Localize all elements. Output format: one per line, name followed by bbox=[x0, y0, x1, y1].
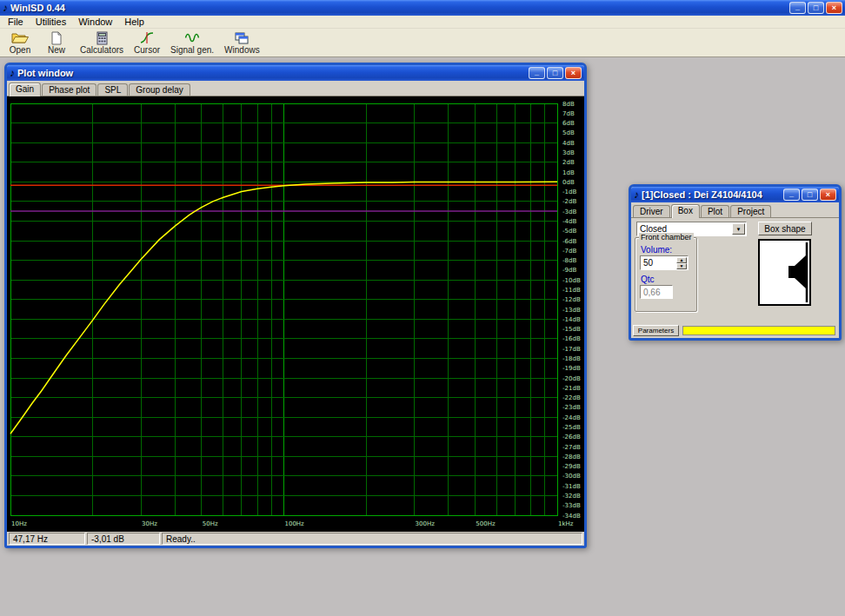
plot-window-controls: _ □ × bbox=[527, 67, 582, 79]
app-title: WinISD 0.44 bbox=[10, 3, 788, 13]
menu-utilities[interactable]: Utilities bbox=[30, 16, 72, 28]
plot-tab-gain[interactable]: Gain bbox=[9, 83, 41, 96]
project-tab-box[interactable]: Box bbox=[671, 204, 700, 218]
minimize-button[interactable]: _ bbox=[789, 2, 806, 14]
y-axis-label: -29dB bbox=[562, 463, 581, 470]
plot-minimize-button[interactable]: _ bbox=[529, 67, 545, 79]
plot-window-body: GainPhase plotSPLGroup delay 8dB7dB6dB5d… bbox=[7, 81, 584, 546]
maximize-button[interactable]: □ bbox=[808, 2, 824, 14]
signal-generator-icon bbox=[184, 31, 200, 45]
toolbar-signal-gen-button[interactable]: Signal gen. bbox=[170, 30, 214, 56]
plot-tab-group-delay[interactable]: Group delay bbox=[129, 83, 190, 96]
y-axis-label: -26dB bbox=[562, 434, 581, 440]
x-axis-label: 30Hz bbox=[142, 520, 157, 527]
y-axis-label: -3dB bbox=[562, 209, 576, 215]
project-tab-project[interactable]: Project bbox=[730, 205, 771, 217]
y-axis-label: -18dB bbox=[562, 355, 581, 362]
winisd-logo-icon: ♪ bbox=[3, 2, 8, 14]
toolbar-button-label: Open bbox=[10, 45, 30, 55]
plot-close-button[interactable]: × bbox=[565, 67, 582, 79]
y-axis-label: 2dB bbox=[562, 159, 575, 166]
winisd-app: ♪ WinISD 0.44 _ □ × FileUtilitiesWindowH… bbox=[0, 0, 845, 616]
y-axis-label: -25dB bbox=[562, 424, 581, 431]
y-axis-label: -19dB bbox=[562, 365, 581, 372]
y-axis-label: -23dB bbox=[562, 404, 581, 411]
qtc-label[interactable]: Qtc bbox=[641, 275, 655, 284]
cursor-frequency-status: 47,17 Hz bbox=[9, 533, 85, 545]
volume-field[interactable]: 50 ▲ ▼ bbox=[640, 255, 689, 270]
y-axis-label: -16dB bbox=[562, 335, 581, 342]
y-axis-label: 1dB bbox=[562, 169, 575, 176]
qtc-field[interactable]: 0,66 bbox=[640, 285, 673, 299]
y-axis-label: 4dB bbox=[562, 140, 575, 147]
plot-window: ♪ Plot window _ □ × GainPhase plotSPLGro… bbox=[4, 63, 587, 548]
y-axis-label: -13dB bbox=[562, 307, 581, 314]
dropdown-arrow-icon[interactable]: ▼ bbox=[732, 223, 745, 235]
project-window-controls: _ □ × bbox=[782, 189, 836, 201]
toolbar-new-button[interactable]: New bbox=[43, 30, 70, 56]
plot-window-title: Plot window bbox=[17, 68, 527, 78]
y-axis-label: -15dB bbox=[562, 326, 581, 333]
volume-label[interactable]: Volume: bbox=[641, 245, 672, 255]
toolbar-windows-button[interactable]: Windows bbox=[224, 30, 260, 56]
project-window-icon: ♪ bbox=[634, 189, 639, 201]
y-axis-label: -27dB bbox=[562, 444, 581, 451]
y-axis-label: -11dB bbox=[562, 287, 581, 294]
toolbar-cursor-button[interactable]: Cursor bbox=[134, 30, 160, 56]
close-button[interactable]: × bbox=[826, 2, 842, 14]
y-axis-label: 3dB bbox=[562, 149, 575, 156]
toolbar-open-button[interactable]: Open bbox=[7, 30, 33, 56]
plot-tab-phase-plot[interactable]: Phase plot bbox=[42, 83, 96, 96]
project-tab-driver[interactable]: Driver bbox=[633, 205, 670, 217]
box-tab-page: Closed ▼ Box shape Front chamber Volume:… bbox=[631, 218, 839, 324]
x-axis-label: 1kHz bbox=[558, 520, 574, 527]
cursor-icon bbox=[140, 31, 154, 45]
y-axis-label: -30dB bbox=[562, 473, 581, 480]
main-titlebar[interactable]: ♪ WinISD 0.44 _ □ × bbox=[0, 0, 845, 16]
front-chamber-groupbox: Front chamber Volume: 50 ▲ ▼ Qtc 0,66 bbox=[635, 237, 697, 312]
menu-file[interactable]: File bbox=[2, 16, 30, 28]
menu-window[interactable]: Window bbox=[72, 16, 118, 28]
gain-plot-canvas[interactable]: 8dB7dB6dB5dB4dB3dB2dB1dB0dB-1dB-2dB-3dB-… bbox=[7, 96, 584, 532]
y-axis-label: -6dB bbox=[562, 238, 576, 245]
plot-window-titlebar[interactable]: ♪ Plot window _ □ × bbox=[7, 65, 584, 81]
project-window-titlebar[interactable]: ♪ [1]Closed : Dei Z4104/4104 _ □ × bbox=[631, 187, 839, 202]
project-maximize-button[interactable]: □ bbox=[802, 189, 818, 201]
y-axis-label: -28dB bbox=[562, 454, 581, 460]
y-axis-label: -33dB bbox=[562, 502, 581, 509]
y-axis-label: 7dB bbox=[562, 110, 575, 117]
y-axis-label: -1dB bbox=[562, 189, 576, 195]
plot-tabstrip: GainPhase plotSPLGroup delay bbox=[7, 81, 584, 96]
windows-icon bbox=[235, 31, 249, 45]
project-tabstrip: DriverBoxPlotProject bbox=[631, 202, 839, 218]
toolbar-calculators-button[interactable]: Calculators bbox=[80, 30, 123, 56]
toolbar-button-label: Cursor bbox=[134, 45, 160, 55]
x-axis-label: 300Hz bbox=[416, 520, 436, 527]
plot-maximize-button[interactable]: □ bbox=[547, 67, 563, 79]
menu-help[interactable]: Help bbox=[118, 16, 150, 28]
project-close-button[interactable]: × bbox=[820, 189, 836, 201]
project-window-body: DriverBoxPlotProject Closed ▼ Box shape … bbox=[631, 202, 839, 338]
plot-tab-spl[interactable]: SPL bbox=[97, 83, 128, 96]
y-axis-label: -21dB bbox=[562, 385, 581, 392]
volume-value: 50 bbox=[641, 258, 676, 268]
project-tab-plot[interactable]: Plot bbox=[701, 205, 729, 217]
project-minimize-button[interactable]: _ bbox=[783, 189, 800, 201]
x-axis-label: 50Hz bbox=[203, 520, 218, 527]
box-shape-button[interactable]: Box shape bbox=[758, 222, 812, 235]
x-axis-label: 10Hz bbox=[11, 520, 27, 527]
parameters-button[interactable]: Parameters bbox=[633, 325, 679, 336]
y-axis-label: -17dB bbox=[562, 346, 581, 353]
y-axis-label: -20dB bbox=[562, 375, 581, 382]
project-window-title: [1]Closed : Dei Z4104/4104 bbox=[642, 189, 782, 200]
spinner-up-icon[interactable]: ▲ bbox=[676, 257, 687, 263]
y-axis-label: 0dB bbox=[562, 179, 575, 186]
plot-statusbar: 47,17 Hz -3,01 dB Ready.. bbox=[7, 532, 584, 546]
open-folder-icon bbox=[11, 31, 29, 45]
plot-area: 8dB7dB6dB5dB4dB3dB2dB1dB0dB-1dB-2dB-3dB-… bbox=[7, 96, 584, 532]
x-axis-label: 500Hz bbox=[476, 520, 496, 527]
toolbar-button-label: New bbox=[48, 45, 65, 55]
y-axis-label: -10dB bbox=[562, 277, 581, 284]
toolbar-button-label: Signal gen. bbox=[170, 45, 214, 55]
spinner-down-icon[interactable]: ▼ bbox=[676, 263, 687, 269]
